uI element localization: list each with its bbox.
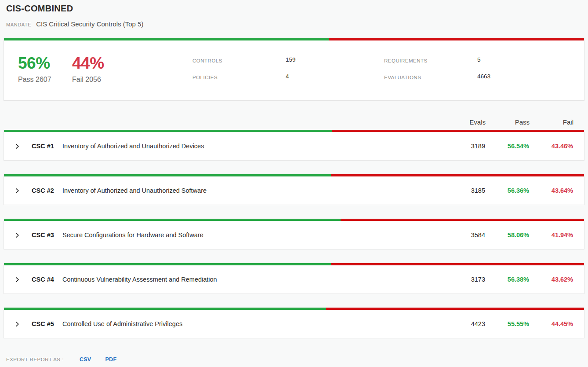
report-header: CIS-COMBINED MANDATE CIS Critical Securi… <box>0 0 588 28</box>
requirements-label: REQUIREMENTS <box>384 57 477 64</box>
csc-fail-percentage: 44.45% <box>529 320 573 327</box>
row-progress-bar <box>4 130 584 132</box>
row-pass-bar <box>4 174 331 176</box>
summary-pass-bar <box>4 38 329 40</box>
export-report-bar: EXPORT REPORT AS : CSV PDF <box>0 356 588 363</box>
table-row: CSC #2 Inventory of Authorized and Unaut… <box>4 174 584 205</box>
chevron-right-icon[interactable] <box>4 321 32 327</box>
pass-count: Pass 2607 <box>18 76 51 84</box>
csc-row-expandable[interactable]: CSC #5 Controlled Use of Administrative … <box>4 310 584 338</box>
csc-fail-percentage: 43.64% <box>529 187 573 194</box>
export-report-label: EXPORT REPORT AS : <box>6 357 64 362</box>
mandate-value: CIS Critical Security Controls (Top 5) <box>36 20 143 28</box>
row-pass-bar <box>4 263 331 265</box>
mandate-row: MANDATE CIS Critical Security Controls (… <box>6 20 582 28</box>
summary-progress-bar <box>4 38 584 40</box>
mandate-label: MANDATE <box>6 22 31 27</box>
table-header: Evals Pass Fail <box>4 101 584 130</box>
policies-label: POLICIES <box>192 73 286 81</box>
pass-summary: 56% Pass 2607 <box>18 55 51 84</box>
stats-group-left: CONTROLS 159 POLICIES 4 <box>192 57 296 81</box>
table-row: CSC #1 Inventory of Authorized and Unaut… <box>4 130 584 161</box>
row-progress-bar <box>4 219 584 221</box>
csc-id: CSC #5 <box>32 320 62 327</box>
fail-percentage: 44% <box>72 55 104 72</box>
table-row: CSC #3 Secure Configurations for Hardwar… <box>4 219 584 250</box>
row-pass-bar <box>4 219 341 221</box>
pass-column-header: Pass <box>486 118 530 126</box>
csc-fail-percentage: 43.46% <box>529 143 573 150</box>
row-progress-bar <box>4 308 584 310</box>
row-progress-bar <box>4 263 584 265</box>
requirements-value: 5 <box>477 57 490 64</box>
csc-evals-value: 4423 <box>437 320 485 327</box>
evaluations-value: 4663 <box>477 73 490 81</box>
csc-title: Secure Configurations for Hardware and S… <box>62 231 437 239</box>
csc-evals-value: 3584 <box>437 231 485 239</box>
evaluations-label: EVALUATIONS <box>384 73 477 81</box>
csc-title: Controlled Use of Administrative Privile… <box>62 320 437 327</box>
csc-evals-value: 3173 <box>437 276 485 283</box>
csc-row-expandable[interactable]: CSC #4 Continuous Vulnerability Assessme… <box>4 265 584 294</box>
csc-id: CSC #2 <box>32 187 62 194</box>
chevron-right-icon[interactable] <box>4 232 32 239</box>
policies-value: 4 <box>286 73 296 81</box>
chevron-right-icon[interactable] <box>4 143 32 150</box>
controls-value: 159 <box>286 57 296 64</box>
csc-row-expandable[interactable]: CSC #2 Inventory of Authorized and Unaut… <box>4 176 584 205</box>
controls-label: CONTROLS <box>192 57 286 64</box>
csc-title: Inventory of Authorized and Unauthorized… <box>62 187 437 194</box>
stats-group-right: REQUIREMENTS 5 EVALUATIONS 4663 <box>384 57 490 81</box>
csc-evals-value: 3185 <box>437 187 485 194</box>
fail-count: Fail 2056 <box>72 76 104 84</box>
csc-pass-percentage: 55.55% <box>485 320 529 327</box>
csc-fail-percentage: 43.62% <box>529 276 573 283</box>
page-title: CIS-COMBINED <box>6 3 582 15</box>
fail-summary: 44% Fail 2056 <box>72 55 104 84</box>
row-progress-bar <box>4 174 584 176</box>
evals-column-header: Evals <box>437 118 486 126</box>
table-row: CSC #5 Controlled Use of Administrative … <box>4 308 584 338</box>
csc-pass-percentage: 56.54% <box>485 143 529 150</box>
table-row: CSC #4 Continuous Vulnerability Assessme… <box>4 263 584 294</box>
compliance-report-page: CIS-COMBINED MANDATE CIS Critical Securi… <box>0 0 588 367</box>
csc-title: Inventory of Authorized and Unauthorized… <box>62 143 437 150</box>
chevron-right-icon[interactable] <box>4 276 32 283</box>
pass-percentage: 56% <box>18 55 51 72</box>
row-pass-bar <box>4 308 326 310</box>
csc-pass-percentage: 56.36% <box>485 187 529 194</box>
csc-row-expandable[interactable]: CSC #1 Inventory of Authorized and Unaut… <box>4 132 584 160</box>
export-csv-button[interactable]: CSV <box>80 356 91 363</box>
csc-evals-value: 3189 <box>437 143 485 150</box>
export-pdf-button[interactable]: PDF <box>105 356 116 363</box>
csc-title: Continuous Vulnerability Assessment and … <box>62 276 437 283</box>
csc-pass-percentage: 56.38% <box>485 276 529 283</box>
csc-pass-percentage: 58.06% <box>485 231 529 239</box>
summary-card: 56% Pass 2607 44% Fail 2056 CONTROLS 159… <box>4 38 584 101</box>
csc-id: CSC #1 <box>32 143 62 150</box>
chevron-right-icon[interactable] <box>4 187 32 194</box>
row-pass-bar <box>4 130 332 132</box>
csc-fail-percentage: 41.94% <box>529 231 573 239</box>
csc-row-expandable[interactable]: CSC #3 Secure Configurations for Hardwar… <box>4 221 584 249</box>
csc-row-list: CSC #1 Inventory of Authorized and Unaut… <box>0 130 588 338</box>
csc-id: CSC #3 <box>32 231 62 239</box>
csc-id: CSC #4 <box>32 276 62 283</box>
fail-column-header: Fail <box>530 118 573 126</box>
